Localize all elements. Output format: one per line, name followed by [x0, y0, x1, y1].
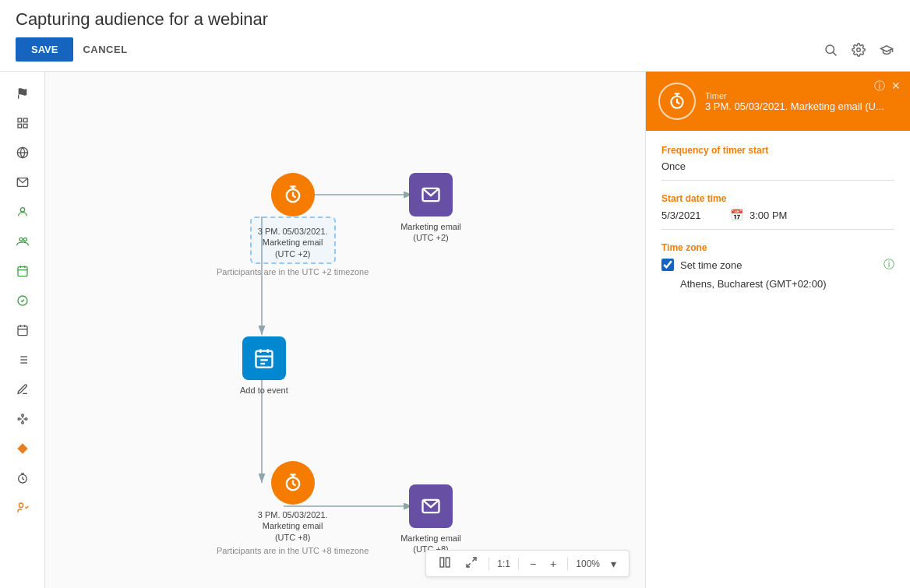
- panel-close-button[interactable]: ✕: [891, 79, 901, 93]
- fit-view-button[interactable]: [462, 555, 481, 572]
- email1-label: Marketing email (UTC +2): [396, 221, 466, 244]
- panel-header-icon: [658, 83, 696, 120]
- svg-point-0: [826, 45, 834, 54]
- timezone-label: Time zone: [661, 242, 894, 253]
- svg-point-32: [18, 418, 20, 421]
- canvas-area: 3 PM. 05/03/2021. Marketing email (UTC +…: [45, 72, 645, 588]
- svg-point-11: [20, 208, 24, 212]
- sidebar-item-list[interactable]: [10, 347, 35, 372]
- panel-header-info: Timer 3 PM. 05/03/2021. Marketing email …: [705, 91, 884, 112]
- timer1-branch: Participants are in the UTC +2 timezone: [217, 267, 369, 276]
- sidebar-item-location[interactable]: [10, 140, 35, 165]
- sidebar-item-task[interactable]: [10, 288, 35, 313]
- svg-rect-6: [18, 124, 22, 128]
- svg-rect-62: [446, 558, 450, 567]
- svg-point-43: [19, 503, 23, 507]
- divider3: [567, 558, 568, 570]
- sidebar-item-contact[interactable]: [10, 199, 35, 224]
- event1-icon: [242, 336, 286, 380]
- email2-node[interactable]: Marketing email (UTC +8): [396, 484, 466, 555]
- sidebar-item-email[interactable]: [10, 170, 35, 195]
- set-timezone-label: Set time zone: [680, 259, 742, 271]
- toolbar-icons: [823, 42, 894, 58]
- left-sidebar: [0, 72, 45, 588]
- svg-line-64: [467, 563, 471, 567]
- svg-point-34: [21, 421, 23, 424]
- divider1: [489, 558, 489, 570]
- email1-icon: [409, 173, 453, 217]
- svg-point-13: [23, 238, 26, 241]
- panel-body: Frequency of timer start Once Start date…: [646, 131, 910, 588]
- svg-rect-61: [440, 558, 444, 567]
- timezone-info-icon[interactable]: ⓘ: [884, 258, 894, 272]
- svg-rect-4: [18, 118, 22, 122]
- cancel-button[interactable]: CANCEL: [83, 44, 127, 55]
- save-button[interactable]: SAVE: [16, 37, 73, 62]
- panel-header-subtitle: 3 PM. 05/03/2021. Marketing email (U...: [705, 100, 884, 112]
- search-icon[interactable]: [823, 42, 838, 58]
- timezone-value: Athens, Bucharest (GMT+02:00): [680, 278, 894, 290]
- frequency-label: Frequency of timer start: [661, 145, 894, 156]
- sidebar-item-diamond[interactable]: [10, 436, 35, 461]
- svg-point-2: [857, 48, 861, 51]
- sidebar-item-workflow[interactable]: [10, 407, 35, 431]
- date-time-row: 📅 3:00 PM: [661, 209, 894, 230]
- start-date-input[interactable]: [661, 209, 724, 221]
- sidebar-item-flag[interactable]: [10, 81, 35, 106]
- zoom-out-button[interactable]: −: [527, 556, 539, 572]
- timer1-label-box: 3 PM. 05/03/2021. Marketing email (UTC +…: [250, 217, 336, 264]
- canvas-bottom-bar: 1:1 − + 100% ▾: [425, 550, 630, 577]
- svg-rect-14: [18, 267, 27, 276]
- sidebar-item-timer[interactable]: [10, 466, 35, 491]
- start-date-label: Start date time: [661, 193, 894, 204]
- panel-header-title: Timer: [705, 91, 884, 100]
- zoom-ratio: 1:1: [497, 558, 510, 569]
- svg-point-12: [19, 238, 23, 241]
- zoom-dropdown-button[interactable]: ▾: [608, 556, 619, 572]
- timer2-label: 3 PM. 05/03/2021. Marketing email (UTC +…: [258, 509, 328, 543]
- page-title: Capturing audience for a webinar: [16, 9, 894, 30]
- email1-node[interactable]: Marketing email (UTC +2): [396, 173, 466, 244]
- panel-header: ⓘ ✕ Timer 3 PM. 05/03/2021. Marketing em…: [646, 72, 910, 131]
- main-layout: 3 PM. 05/03/2021. Marketing email (UTC +…: [0, 72, 910, 588]
- svg-point-35: [25, 418, 27, 421]
- timer2-icon: [271, 461, 315, 505]
- svg-rect-52: [256, 351, 272, 368]
- sidebar-item-calendar[interactable]: [10, 318, 35, 343]
- timer2-node[interactable]: 3 PM. 05/03/2021. Marketing email (UTC +…: [217, 461, 369, 555]
- timer1-icon: [271, 173, 315, 217]
- event1-label: Add to event: [240, 385, 288, 396]
- sidebar-item-editlist[interactable]: [10, 377, 35, 402]
- svg-point-33: [21, 414, 23, 417]
- toolbar: SAVE CANCEL: [16, 37, 894, 62]
- event1-node[interactable]: Add to event: [240, 336, 288, 396]
- svg-rect-19: [18, 326, 27, 336]
- zoom-in-button[interactable]: +: [547, 556, 559, 572]
- sidebar-item-select[interactable]: [10, 111, 35, 136]
- svg-line-63: [473, 558, 477, 562]
- sidebar-item-group[interactable]: [10, 229, 35, 254]
- frequency-value: Once: [661, 160, 894, 181]
- sidebar-item-person-event[interactable]: [10, 495, 35, 520]
- set-timezone-checkbox[interactable]: [661, 259, 674, 271]
- graduation-icon[interactable]: [879, 42, 894, 58]
- timer1-label: 3 PM. 05/03/2021. Marketing email (UTC +…: [258, 226, 328, 259]
- start-time: 3:00 PM: [750, 209, 787, 221]
- svg-line-1: [833, 52, 836, 55]
- columns-view-button[interactable]: [436, 555, 454, 572]
- svg-rect-7: [23, 124, 27, 128]
- svg-marker-40: [17, 443, 27, 453]
- email2-icon: [409, 484, 453, 528]
- timer1-node[interactable]: 3 PM. 05/03/2021. Marketing email (UTC +…: [217, 173, 369, 276]
- timer2-branch: Participants are in the UTC +8 timezone: [217, 546, 369, 555]
- header: Capturing audience for a webinar SAVE CA…: [0, 0, 910, 72]
- right-panel: ⓘ ✕ Timer 3 PM. 05/03/2021. Marketing em…: [645, 72, 910, 588]
- divider2: [518, 558, 519, 570]
- sidebar-item-schedule[interactable]: [10, 259, 35, 283]
- settings-icon[interactable]: [851, 42, 866, 58]
- svg-rect-5: [23, 118, 27, 122]
- calendar-icon[interactable]: 📅: [730, 209, 743, 221]
- zoom-level: 100%: [576, 558, 600, 569]
- timezone-row: Set time zone ⓘ: [661, 258, 894, 272]
